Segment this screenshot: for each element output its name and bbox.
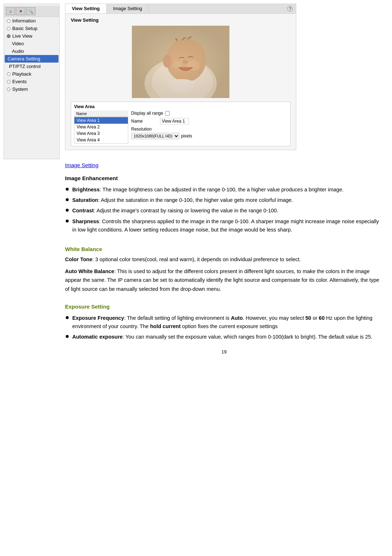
list-item-exposure-freq: Exposure Frequency: The default setting … xyxy=(65,314,383,331)
color-tone-paragraph: Color Tone: 3 optional color tones(cool,… xyxy=(65,255,383,264)
sidebar-item-events[interactable]: Events xyxy=(4,78,59,85)
view-area-title: View Area xyxy=(74,104,287,109)
color-tone-label: Color Tone xyxy=(65,256,92,262)
exposure-freq-bold4: hold current xyxy=(150,323,181,329)
view-area-list: View Area 1 View Area 2 View Area 3 View… xyxy=(74,117,128,144)
bullet-icon xyxy=(66,335,69,338)
radio-icon xyxy=(7,27,10,30)
list-item-saturation: Saturation: Adjust the saturation in the… xyxy=(65,196,383,204)
view-area-section: View Area Name View Area 1 View Area 2 V… xyxy=(71,102,290,146)
sharpness-desc: : Controls the sharpness applied to the … xyxy=(72,218,379,233)
exposure-freq-bold2: 50 xyxy=(305,315,311,321)
contrast-desc: : Adjust the image's contrast by raising… xyxy=(94,208,279,213)
help-icon[interactable]: ? xyxy=(287,6,293,12)
radio-icon xyxy=(7,80,10,84)
image-setting-link[interactable]: Image Setting xyxy=(65,161,383,170)
sidebar-item-basic-setup[interactable]: Basic Setup xyxy=(4,25,59,32)
doc-content: Image Setting Image Enhancement Brightne… xyxy=(65,157,383,360)
sidebar-item-system[interactable]: System xyxy=(4,85,59,93)
exposure-freq-desc3: or xyxy=(311,315,319,321)
sidebar-item-audio[interactable]: Audio xyxy=(4,47,59,55)
display-all-row: Display all range xyxy=(131,111,287,116)
saturation-desc: : Adjust the saturation in the range 0-1… xyxy=(98,197,293,203)
sidebar-toolbar: ⌂ ✕ 🔍 xyxy=(4,6,59,17)
sidebar-item-video[interactable]: Video xyxy=(4,40,59,47)
auto-exp-term: Automatic exposure xyxy=(72,334,122,340)
tab-view-setting[interactable]: View Setting xyxy=(65,4,107,13)
radio-icon xyxy=(7,72,10,76)
tab-image-setting[interactable]: Image Setting xyxy=(107,4,149,13)
search-button[interactable]: 🔍 xyxy=(26,7,35,15)
panel-body: View Setting xyxy=(65,14,296,150)
view-area-right: Display all range Name View Area 1 Resol… xyxy=(131,111,287,139)
exposure-setting-title: Exposure Setting xyxy=(65,302,383,311)
view-setting-title: View Setting xyxy=(71,17,290,23)
page-number: 19 xyxy=(65,348,383,356)
sidebar-item-playback[interactable]: Playback xyxy=(4,70,59,78)
ui-panel: View Setting Image Setting ? View Settin… xyxy=(65,4,296,150)
exposure-freq-desc2: . However, you may select xyxy=(243,315,305,321)
contrast-term: Contrast xyxy=(72,208,94,213)
resolution-row: 1920x1080(FULL HD) pixels xyxy=(131,133,287,139)
svg-rect-8 xyxy=(132,26,229,98)
radio-icon xyxy=(7,19,10,23)
auto-wb-paragraph: Auto White Balance: This is used to adju… xyxy=(65,267,383,294)
home-button[interactable]: ⌂ xyxy=(6,7,15,15)
brightness-desc: : The image brightness can be adjusted i… xyxy=(100,187,344,192)
list-item-contrast: Contrast: Adjust the image's contrast by… xyxy=(65,207,383,215)
bullet-icon xyxy=(66,316,69,319)
name-value: View Area 1 xyxy=(160,118,189,124)
sidebar-item-live-view[interactable]: Live View xyxy=(4,32,59,40)
bullet-icon xyxy=(66,188,69,191)
bullet-icon xyxy=(66,220,69,222)
name-label: Name xyxy=(131,119,160,124)
exposure-freq-desc5: option fixes the current exposure settin… xyxy=(181,323,277,329)
exposure-freq-bold1: Auto xyxy=(231,315,243,321)
saturation-term: Saturation xyxy=(72,197,98,203)
view-area-row: Name View Area 1 View Area 2 View Area 3… xyxy=(74,111,287,144)
name-field-row: Name View Area 1 xyxy=(131,118,287,124)
close-button[interactable]: ✕ xyxy=(16,7,25,15)
bullet-icon xyxy=(66,209,69,212)
list-item-sharpness: Sharpness: Controls the sharpness applie… xyxy=(65,217,383,234)
radio-checked-icon xyxy=(7,34,10,38)
sharpness-term: Sharpness xyxy=(72,218,99,224)
sidebar-item-information[interactable]: Information xyxy=(4,17,59,25)
color-tone-text: : 3 optional color tones(cool, real and … xyxy=(92,256,301,262)
exposure-freq-term: Exposure Frequency xyxy=(72,315,124,321)
auto-wb-label: Auto White Balance xyxy=(65,268,114,274)
view-area-item-3[interactable]: View Area 3 xyxy=(74,130,128,137)
sidebar-item-camera-setting[interactable]: Camera Setting xyxy=(5,55,59,63)
view-area-item-4[interactable]: View Area 4 xyxy=(74,137,128,143)
radio-icon xyxy=(7,88,10,91)
display-all-checkbox[interactable] xyxy=(165,111,170,116)
image-enhancement-title: Image Enhancement xyxy=(65,174,383,183)
camera-preview xyxy=(132,26,229,98)
exposure-freq-desc1: : The default setting of lighting enviro… xyxy=(124,315,231,321)
exposure-freq-bold3: 60 xyxy=(319,315,324,321)
view-area-list-header: Name xyxy=(74,111,128,117)
sidebar: ⌂ ✕ 🔍 Information Basic Setup Live View … xyxy=(4,4,60,159)
resolution-select[interactable]: 1920x1080(FULL HD) xyxy=(131,133,180,139)
resolution-label-row: Resolution xyxy=(131,127,287,132)
white-balance-title: White Balance xyxy=(65,245,383,254)
exposure-list: Exposure Frequency: The default setting … xyxy=(65,314,383,341)
panel-tabs: View Setting Image Setting ? xyxy=(65,4,296,14)
brightness-term: Brightness xyxy=(72,187,100,192)
auto-exp-desc: : You can manually set the exposure valu… xyxy=(122,334,372,340)
image-enhancement-list: Brightness: The image brightness can be … xyxy=(65,186,383,234)
view-area-item-1[interactable]: View Area 1 xyxy=(74,117,128,124)
list-item-brightness: Brightness: The image brightness can be … xyxy=(65,186,383,194)
main-content: View Setting Image Setting ? View Settin… xyxy=(60,4,388,552)
view-area-item-2[interactable]: View Area 2 xyxy=(74,124,128,130)
bullet-icon xyxy=(66,198,69,201)
sidebar-item-ptz[interactable]: PT/PTZ control xyxy=(4,63,59,70)
list-item-auto-exposure: Automatic exposure: You can manually set… xyxy=(65,333,383,341)
